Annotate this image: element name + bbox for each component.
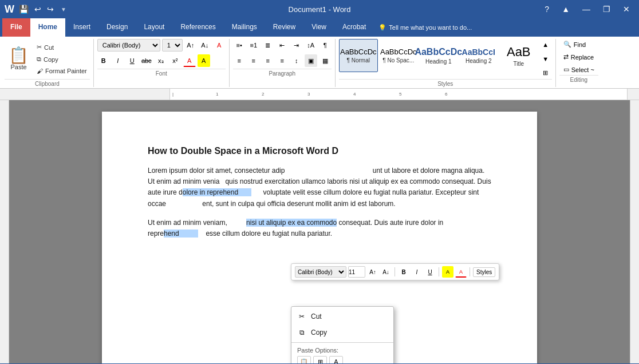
replace-button[interactable]: ⇄ Replace: [559, 52, 598, 62]
tab-layout[interactable]: Layout: [136, 18, 172, 37]
style-title[interactable]: AaB Title: [499, 39, 538, 72]
ruler-marker-0: |: [172, 92, 173, 97]
styles-scroll-up[interactable]: ▲: [539, 39, 552, 51]
restore-window-icon[interactable]: ❐: [598, 5, 615, 14]
style-normal-preview: AaBbCcDc: [340, 48, 377, 56]
mini-grow-font[interactable]: A↑: [367, 266, 378, 278]
title-bar: W 💾 ↩ ↪ ▼ Document1 - Word ? ▲ — ❐ ✕: [0, 0, 639, 18]
ctx-paste-label: Paste Options:: [297, 347, 338, 354]
style-h2-label: Heading 2: [466, 58, 492, 64]
vertical-scrollbar[interactable]: [630, 100, 639, 363]
ctx-sep-1: [291, 342, 393, 343]
document-para-1[interactable]: Lorem ipsum dolor sit amet, consectetur …: [148, 165, 491, 209]
cut-button[interactable]: ✂ Cut: [34, 42, 90, 53]
bullet-list-button[interactable]: ≡•: [233, 39, 246, 52]
increase-font-button[interactable]: A↑: [184, 39, 197, 52]
tab-view[interactable]: View: [303, 18, 334, 37]
style-heading2[interactable]: AaBbCcI Heading 2: [459, 39, 498, 72]
underline-button[interactable]: U: [126, 54, 139, 67]
font-family-select[interactable]: Calibri (Body): [97, 39, 160, 52]
format-painter-button[interactable]: 🖌 Format Painter: [34, 66, 90, 76]
tab-references[interactable]: References: [172, 18, 223, 37]
border-button[interactable]: ▦: [319, 54, 332, 67]
close-window-icon[interactable]: ✕: [618, 5, 634, 14]
tab-mailings[interactable]: Mailings: [224, 18, 265, 37]
font-row-1: Calibri (Body) 11 A↑ A↓ A: [97, 39, 226, 52]
mini-italic-button[interactable]: I: [411, 266, 423, 278]
subscript-button[interactable]: x₂: [155, 54, 167, 67]
mini-font-select[interactable]: Calibri (Body): [295, 266, 346, 278]
ribbon-content: 📋 Paste ✂ Cut ⧉ Copy 🖌 Format Painter: [0, 37, 639, 89]
mini-styles-button[interactable]: Styles: [473, 267, 495, 277]
superscript-button[interactable]: x²: [169, 54, 182, 67]
tab-file[interactable]: File: [2, 18, 30, 37]
ctx-copy-icon: ⧉: [297, 328, 306, 337]
style-no-spacing[interactable]: AaBbCcDc ¶ No Spac...: [379, 39, 418, 72]
style-heading1[interactable]: AaBbCcDc Heading 1: [419, 39, 458, 72]
format-painter-icon: 🖌: [37, 68, 43, 74]
ctx-paste-opt-3[interactable]: A: [329, 356, 343, 363]
shading-button[interactable]: ▣: [305, 54, 317, 67]
paste-label: Paste: [10, 64, 26, 70]
tab-design[interactable]: Design: [98, 18, 136, 37]
sort-button[interactable]: ↕A: [305, 39, 317, 52]
ctx-copy[interactable]: ⧉ Copy: [291, 325, 393, 341]
show-formatting-button[interactable]: ¶: [319, 39, 332, 52]
ctx-cut[interactable]: ✂ Cut: [291, 308, 393, 325]
bold-button[interactable]: B: [97, 54, 110, 67]
ruler-marker-6: 6: [445, 92, 447, 97]
line-spacing-button[interactable]: ↕: [290, 54, 303, 67]
align-left-button[interactable]: ≡: [233, 54, 246, 67]
find-button[interactable]: 🔍 Find: [559, 39, 598, 50]
style-nospace-preview: AaBbCcDc: [380, 48, 417, 56]
minimize-window-icon[interactable]: —: [578, 5, 595, 14]
multilevel-list-button[interactable]: ≣: [262, 39, 274, 52]
tab-home[interactable]: Home: [30, 18, 65, 37]
font-size-select[interactable]: 11: [162, 39, 183, 52]
ribbon-minimize-icon[interactable]: ▲: [557, 5, 574, 14]
paste-button[interactable]: 📋 Paste: [5, 45, 33, 73]
styles-expand[interactable]: ⊞: [539, 67, 552, 79]
quick-undo-button[interactable]: ↩: [33, 3, 42, 15]
decrease-font-button[interactable]: A↓: [199, 39, 211, 52]
tell-me-box[interactable]: 💡 Tell me what you want to do...: [374, 18, 637, 37]
ribbon-group-font: Calibri (Body) 11 A↑ A↓ A B I U abc x₂ x…: [94, 39, 230, 87]
copy-button[interactable]: ⧉ Copy: [34, 54, 90, 65]
styles-scroll-down[interactable]: ▼: [539, 53, 552, 65]
ribbon-group-clipboard: 📋 Paste ✂ Cut ⧉ Copy 🖌 Format Painter: [1, 39, 94, 87]
justify-button[interactable]: ≡: [276, 54, 289, 67]
numbered-list-button[interactable]: ≡1: [247, 39, 260, 52]
document-title-text: How to Double Space in a Microsoft Word …: [148, 146, 338, 156]
mini-font-color-button[interactable]: A: [455, 266, 467, 278]
quick-redo-button[interactable]: ↪: [46, 3, 55, 15]
document-para-2[interactable]: Ut enim ad minim veniam, nisi ut aliquip…: [148, 217, 491, 239]
mini-bold-button[interactable]: B: [398, 266, 409, 278]
highlight-button[interactable]: A: [198, 54, 210, 67]
mini-underline-button[interactable]: U: [424, 266, 436, 278]
tab-acrobat[interactable]: Acrobat: [334, 18, 374, 37]
increase-indent-button[interactable]: ⇥: [290, 39, 303, 52]
ctx-paste-opt-1[interactable]: 📋: [297, 356, 311, 363]
style-h1-label: Heading 1: [425, 58, 452, 65]
decrease-indent-button[interactable]: ⇤: [276, 39, 289, 52]
mini-shrink-font[interactable]: A↓: [380, 266, 392, 278]
mini-highlight-button[interactable]: A: [442, 266, 453, 278]
style-normal[interactable]: AaBbCcDc ¶ Normal: [339, 39, 378, 72]
strikethrough-button[interactable]: abc: [140, 54, 153, 67]
document[interactable]: How to Double Space in a Microsoft Word …: [102, 112, 537, 363]
tab-insert[interactable]: Insert: [65, 18, 98, 37]
document-area[interactable]: How to Double Space in a Microsoft Word …: [9, 100, 630, 363]
tab-review[interactable]: Review: [265, 18, 303, 37]
style-h1-preview: AaBbCcDc: [415, 47, 462, 57]
mini-font-size[interactable]: [348, 266, 365, 278]
align-right-button[interactable]: ≡: [262, 54, 274, 67]
select-button[interactable]: ▭ Select ~: [559, 64, 598, 75]
ctx-paste-opt-2[interactable]: ⊞: [313, 356, 327, 363]
quick-save-button[interactable]: 💾: [18, 3, 30, 15]
help-icon[interactable]: ?: [540, 5, 554, 14]
text-color-button[interactable]: A: [183, 54, 196, 67]
italic-button[interactable]: I: [112, 54, 124, 67]
align-center-button[interactable]: ≡: [247, 54, 260, 67]
customize-qat[interactable]: ▼: [61, 6, 66, 13]
clear-format-button[interactable]: A: [213, 39, 226, 52]
